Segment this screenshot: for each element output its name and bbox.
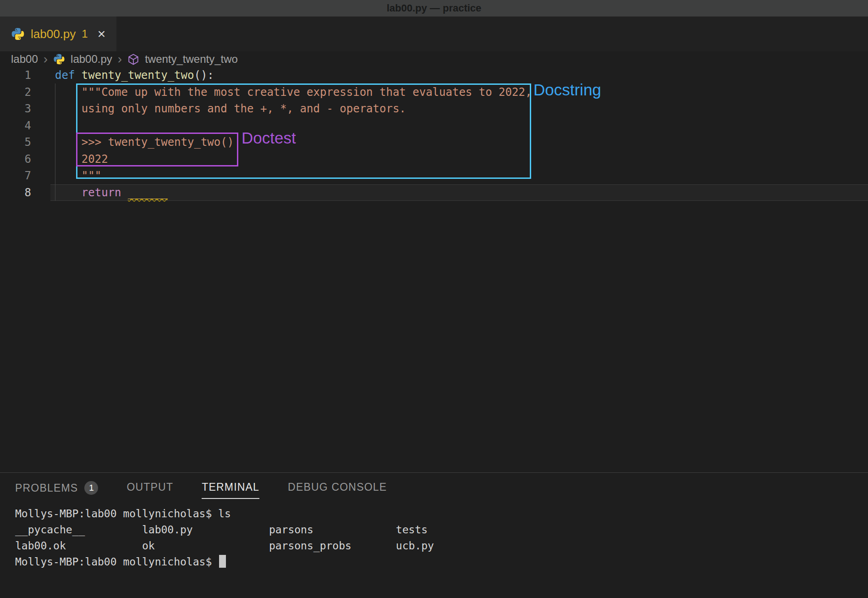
code-token: return xyxy=(82,186,128,199)
terminal-line: lab00.ok ok parsons_probs ucb.py xyxy=(15,538,868,554)
chevron-right-icon: › xyxy=(44,53,48,66)
line-code: 2022 xyxy=(55,153,108,166)
python-file-icon xyxy=(11,27,25,41)
breadcrumb-symbol[interactable]: twenty_twenty_two xyxy=(145,53,238,66)
breadcrumb: lab00 › lab00.py › twenty_twenty_two xyxy=(0,51,868,67)
tab-bar: lab00.py 1 × xyxy=(0,17,868,51)
titlebar: lab00.py — practice xyxy=(0,0,868,17)
tab-warning-count: 1 xyxy=(82,28,88,40)
code-token xyxy=(55,86,82,99)
breadcrumb-file[interactable]: lab00.py xyxy=(71,53,112,66)
code-line-1[interactable]: 1def twenty_twenty_two(): xyxy=(0,67,868,84)
panel-tab-output[interactable]: OUTPUT xyxy=(126,481,173,498)
line-code: using only numbers and the +, *, and - o… xyxy=(55,102,406,115)
python-file-icon xyxy=(53,53,65,65)
line-number: 4 xyxy=(0,119,45,132)
breadcrumb-folder[interactable]: lab00 xyxy=(11,53,38,66)
code-token xyxy=(55,153,82,166)
indent-guide xyxy=(55,83,55,201)
line-number: 6 xyxy=(0,153,45,166)
panel-tab-debug-console[interactable]: DEBUG CONSOLE xyxy=(288,481,387,498)
code-token: using only numbers and the +, *, and - o… xyxy=(82,102,406,115)
tab-lab00-py[interactable]: lab00.py 1 × xyxy=(0,17,116,51)
line-number: 5 xyxy=(0,136,45,149)
panel-tab-label: OUTPUT xyxy=(126,481,173,493)
code-token: def xyxy=(55,69,82,82)
code-line-2[interactable]: 2 """Come up with the most creative expr… xyxy=(0,84,868,101)
terminal-line: Mollys-MBP:lab00 mollynicholas$ ls xyxy=(15,506,868,522)
code-token xyxy=(55,102,82,115)
code-token: >>> twenty_twenty_two() xyxy=(82,136,234,149)
code-token xyxy=(55,169,82,182)
line-code: """Come up with the most creative expres… xyxy=(55,86,532,99)
line-number: 2 xyxy=(0,86,45,99)
problems-count-badge: 1 xyxy=(84,481,98,495)
chevron-right-icon: › xyxy=(118,53,122,66)
tab-filename: lab00.py xyxy=(31,27,76,41)
vscode-window: lab00.py — practice lab00.py 1 × lab00 ›… xyxy=(0,0,868,598)
line-code: return ______ xyxy=(55,186,168,199)
code-token: (): xyxy=(194,69,214,82)
code-line-6[interactable]: 6 2022 xyxy=(0,151,868,168)
panel-tab-problems[interactable]: PROBLEMS1 xyxy=(15,481,98,499)
code-token: 2022 xyxy=(82,153,108,166)
code-line-3[interactable]: 3 using only numbers and the +, *, and -… xyxy=(0,100,868,117)
line-number: 3 xyxy=(0,102,45,115)
code-line-5[interactable]: 5 >>> twenty_twenty_two() xyxy=(0,134,868,151)
symbol-namespace-icon xyxy=(127,53,139,65)
line-number: 7 xyxy=(0,169,45,182)
terminal-line: __pycache__ lab00.py parsons tests xyxy=(15,522,868,538)
bottom-panel: PROBLEMS1OUTPUTTERMINALDEBUG CONSOLE Mol… xyxy=(0,472,868,598)
line-code: def twenty_twenty_two(): xyxy=(55,69,214,82)
panel-tab-label: DEBUG CONSOLE xyxy=(288,481,387,493)
terminal-line: Mollys-MBP:lab00 mollynicholas$ xyxy=(15,554,868,570)
code-editor[interactable]: 1def twenty_twenty_two():2 """Come up wi… xyxy=(0,67,868,201)
code-line-4[interactable]: 4 xyxy=(0,117,868,134)
line-number: 8 xyxy=(0,186,45,199)
code-token xyxy=(55,136,82,149)
panel-tab-label: PROBLEMS xyxy=(15,482,78,494)
window-title: lab00.py — practice xyxy=(387,2,482,14)
line-code: >>> twenty_twenty_two() xyxy=(55,136,234,149)
line-number: 1 xyxy=(0,69,45,82)
code-token: """ xyxy=(82,169,101,182)
line-code: """ xyxy=(55,169,101,182)
code-line-8[interactable]: 8 return ______ xyxy=(0,184,868,201)
code-token: """Come up with the most creative expres… xyxy=(82,86,532,99)
panel-tab-label: TERMINAL xyxy=(202,481,259,493)
close-icon[interactable]: × xyxy=(98,27,106,41)
code-token xyxy=(55,186,82,199)
terminal[interactable]: Mollys-MBP:lab00 mollynicholas$ ls__pyca… xyxy=(0,502,868,570)
panel-tab-bar: PROBLEMS1OUTPUTTERMINALDEBUG CONSOLE xyxy=(0,473,868,502)
code-token: ______ xyxy=(128,186,168,199)
code-token: twenty_twenty_two xyxy=(82,69,194,82)
panel-tab-terminal[interactable]: TERMINAL xyxy=(202,481,259,499)
code-line-7[interactable]: 7 """ xyxy=(0,167,868,184)
terminal-cursor xyxy=(219,555,226,568)
